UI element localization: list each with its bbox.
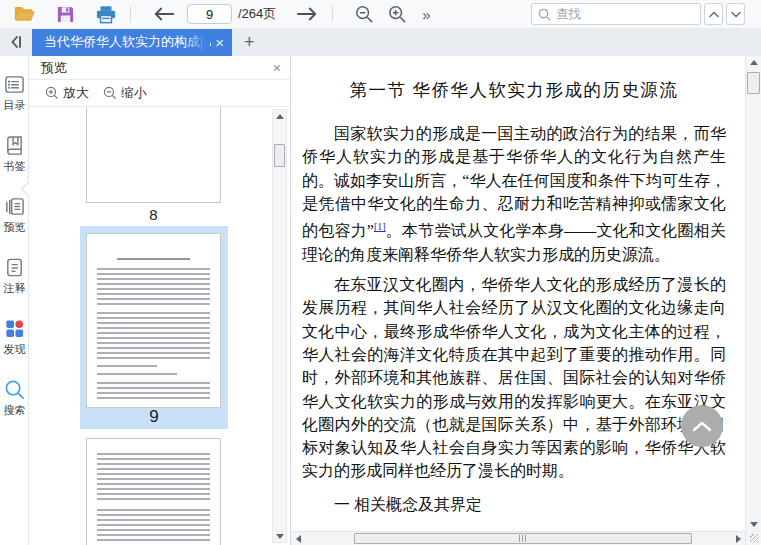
sidebar-item-toc[interactable]: 目录 <box>3 74 26 113</box>
scroll-down-arrow-icon[interactable] <box>273 530 286 542</box>
mini-text-block <box>97 365 157 369</box>
vertical-scrollbar-thumb[interactable] <box>747 72 760 94</box>
sidebar-item-label: 注释 <box>3 281 25 295</box>
chevron-up-icon <box>692 420 712 432</box>
thumbnail-page-10[interactable] <box>86 438 221 545</box>
mini-text-block <box>97 373 177 377</box>
horizontal-scrollbar-thumb[interactable] <box>354 533 692 544</box>
sidebar-item-label: 发现 <box>3 342 25 356</box>
previous-page-button[interactable] <box>153 6 175 22</box>
main-toolbar: /264页 » <box>0 0 761 28</box>
sidebar-item-annotations[interactable]: 注释 <box>3 257 26 296</box>
mini-text-block <box>97 382 210 402</box>
document-page-view: 第一节 华侨华人软实力形成的历史源流 国家软实力的形成是一国主动的政治行为的结果… <box>291 56 745 531</box>
paragraph: 国家软实力的形成是一国主动的政治行为的结果，而华侨华人软实力的形成是基于华侨华人… <box>302 122 726 266</box>
thumbnail-list: 8 9 <box>29 107 290 545</box>
thumbnail-label-9: 9 <box>80 407 228 427</box>
scroll-right-arrow-icon[interactable] <box>731 532 745 545</box>
tab-bar: 当代华侨华人软实力的构成[www × + <box>0 28 761 56</box>
thumbnail-scrollbar-track[interactable] <box>273 122 286 530</box>
folder-open-icon <box>14 5 35 23</box>
sidebar-item-label: 目录 <box>3 98 25 112</box>
zoom-in-icon <box>388 5 406 23</box>
zoom-out-label: 缩小 <box>121 84 147 102</box>
scrollbar-grip <box>519 535 528 542</box>
sidebar-item-label: 书签 <box>3 159 25 173</box>
horizontal-scrollbar-track[interactable] <box>305 532 731 545</box>
thumbnail-scrollbar[interactable] <box>272 109 287 543</box>
find-input[interactable] <box>556 7 717 21</box>
sidebar-item-label: 预览 <box>3 220 25 234</box>
thumbnail-zoom-in-button[interactable]: 放大 <box>45 84 89 102</box>
thumbnail-page-9-selected[interactable]: 9 <box>80 226 228 429</box>
sidebar-item-bookmarks[interactable]: 书签 <box>3 135 26 174</box>
preview-panel-title: 预览 <box>41 59 273 77</box>
sidebar-item-label: 搜索 <box>3 403 25 417</box>
sidebar-item-discover[interactable]: 发现 <box>3 318 26 357</box>
more-tools-button[interactable]: » <box>422 7 430 22</box>
zoom-out-icon <box>355 5 373 23</box>
sidebar-item-preview[interactable]: 预览 <box>3 196 26 235</box>
print-button[interactable] <box>96 5 116 24</box>
save-floppy-icon <box>56 5 75 24</box>
document-view-column: 第一节 华侨华人软实力形成的历史源流 国家软实力的形成是一国主动的政治行为的结果… <box>291 56 745 545</box>
zoom-in-label: 放大 <box>63 84 89 102</box>
document-section-title: 第一节 华侨华人软实力形成的历史源流 <box>302 78 726 102</box>
mini-text-block <box>97 453 210 503</box>
find-input-box[interactable] <box>531 3 701 25</box>
thumbnail-page-9[interactable] <box>86 233 221 408</box>
annotation-note-icon <box>4 257 25 278</box>
sidebar-item-search[interactable]: 搜索 <box>3 379 26 418</box>
thumbnail-zoom-out-button[interactable]: 缩小 <box>103 84 147 102</box>
app-body: 目录 书签 <box>0 56 761 545</box>
thumbnail-zoom-toolbar: 放大 缩小 <box>29 80 290 107</box>
find-bar <box>531 3 745 25</box>
toolbar-separator <box>130 6 131 22</box>
page-number-input[interactable] <box>187 4 232 24</box>
scroll-up-arrow-icon[interactable] <box>273 110 286 122</box>
tab-title-fade <box>184 29 210 56</box>
document-tab-active[interactable]: 当代华侨华人软实力的构成[www × <box>32 29 232 56</box>
footnote-ref-link[interactable]: [1] <box>374 221 386 232</box>
scroll-left-arrow-icon[interactable] <box>291 532 305 545</box>
search-icon <box>538 8 551 21</box>
mini-text-block <box>97 312 210 359</box>
mini-text-block <box>97 509 210 544</box>
open-file-button[interactable] <box>14 5 35 23</box>
mini-text-line <box>117 258 190 260</box>
preview-pages-icon <box>4 196 25 217</box>
next-page-button[interactable] <box>296 6 318 22</box>
printer-icon <box>96 5 116 24</box>
collapse-sidebar-button[interactable] <box>6 32 26 52</box>
tab-close-icon[interactable]: × <box>215 35 224 50</box>
document-content: 第一节 华侨华人软实力形成的历史源流 国家软实力的形成是一国主动的政治行为的结果… <box>302 56 726 531</box>
subsection-heading: （一）文化、华侨华人文化[2]的概念及其界定 <box>302 528 726 531</box>
find-next-button[interactable] <box>726 3 745 25</box>
vertical-scrollbar-track[interactable] <box>746 69 761 518</box>
section-heading: 一 相关概念及其界定 <box>302 493 726 516</box>
thumbnail-label-8: 8 <box>86 206 221 223</box>
search-magnifier-icon <box>4 379 25 400</box>
zoom-out-button[interactable] <box>355 5 373 23</box>
page-total-label: /264页 <box>238 5 276 23</box>
save-button[interactable] <box>56 5 75 24</box>
zoom-in-button[interactable] <box>388 5 406 23</box>
pdf-reader-window: /264页 » <box>0 0 761 545</box>
vertical-scrollbar[interactable] <box>745 56 761 545</box>
panel-close-icon[interactable]: × <box>273 61 281 75</box>
thumbnail-page-8[interactable] <box>86 107 221 203</box>
arrow-left-icon <box>153 6 175 22</box>
scroll-up-arrow-icon[interactable] <box>746 56 761 69</box>
discover-grid-icon <box>4 318 25 339</box>
preview-panel-header: 预览 × <box>29 56 290 80</box>
bookmark-book-icon <box>4 135 25 156</box>
toc-list-icon <box>4 74 25 95</box>
back-to-top-button[interactable] <box>681 405 723 447</box>
resize-corner <box>746 531 761 545</box>
new-tab-button[interactable]: + <box>244 33 255 51</box>
thumbnail-scrollbar-thumb[interactable] <box>274 144 285 167</box>
find-previous-button[interactable] <box>704 3 723 25</box>
horizontal-scrollbar[interactable] <box>291 531 745 545</box>
scroll-down-arrow-icon[interactable] <box>746 518 761 531</box>
arrow-right-icon <box>296 6 318 22</box>
